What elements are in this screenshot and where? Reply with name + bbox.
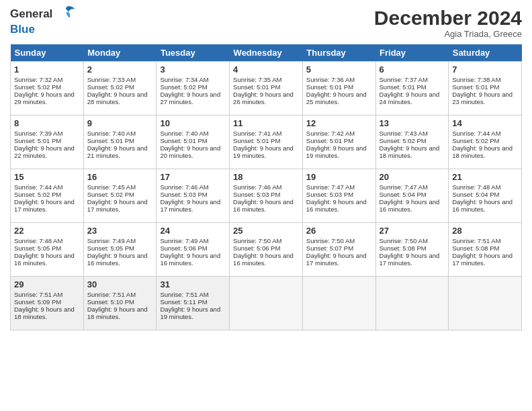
day-5: 5 Sunrise: 7:36 AMSunset: 5:01 PMDayligh… xyxy=(302,62,375,116)
col-thursday: Thursday xyxy=(302,44,375,62)
day-30: 30 Sunrise: 7:51 AMSunset: 5:10 PMDaylig… xyxy=(83,277,157,330)
logo-general: General xyxy=(10,7,52,20)
col-friday: Friday xyxy=(375,44,449,62)
empty-cell-2 xyxy=(302,277,375,330)
header: General Blue December 2024 Agia Triada, … xyxy=(10,7,522,39)
day-29: 29 Sunrise: 7:51 AMSunset: 5:09 PMDaylig… xyxy=(11,277,84,330)
day-31: 31 Sunrise: 7:51 AMSunset: 5:11 PMDaylig… xyxy=(157,277,230,330)
day-16: 16 Sunrise: 7:45 AMSunset: 5:02 PMDaylig… xyxy=(83,169,157,223)
day-14: 14 Sunrise: 7:44 AMSunset: 5:02 PMDaylig… xyxy=(449,116,522,169)
day-17: 17 Sunrise: 7:46 AMSunset: 5:03 PMDaylig… xyxy=(157,169,230,223)
empty-cell-3 xyxy=(375,277,449,330)
day-28: 28 Sunrise: 7:51 AMSunset: 5:08 PMDaylig… xyxy=(449,223,522,277)
week-row-4: 22 Sunrise: 7:48 AMSunset: 5:05 PMDaylig… xyxy=(11,223,522,277)
day-2: 2 Sunrise: 7:33 AMSunset: 5:02 PMDayligh… xyxy=(83,62,157,116)
day-24: 24 Sunrise: 7:49 AMSunset: 5:06 PMDaylig… xyxy=(157,223,230,277)
logo-blue: Blue xyxy=(10,23,76,36)
month-title: December 2024 xyxy=(374,7,522,29)
week-row-5: 29 Sunrise: 7:51 AMSunset: 5:09 PMDaylig… xyxy=(11,277,522,330)
day-9: 9 Sunrise: 7:40 AMSunset: 5:01 PMDayligh… xyxy=(83,116,157,169)
day-11: 11 Sunrise: 7:41 AMSunset: 5:01 PMDaylig… xyxy=(230,116,303,169)
col-monday: Monday xyxy=(83,44,157,62)
col-sunday: Sunday xyxy=(11,44,84,62)
day-13: 13 Sunrise: 7:43 AMSunset: 5:02 PMDaylig… xyxy=(375,116,449,169)
logo-bird-icon xyxy=(57,4,76,23)
empty-cell-1 xyxy=(230,277,303,330)
day-18: 18 Sunrise: 7:46 AMSunset: 5:03 PMDaylig… xyxy=(230,169,303,223)
week-row-1: 1 Sunrise: 7:32 AMSunset: 5:02 PMDayligh… xyxy=(11,62,522,116)
day-12: 12 Sunrise: 7:42 AMSunset: 5:01 PMDaylig… xyxy=(302,116,375,169)
day-19: 19 Sunrise: 7:47 AMSunset: 5:03 PMDaylig… xyxy=(302,169,375,223)
day-4: 4 Sunrise: 7:35 AMSunset: 5:01 PMDayligh… xyxy=(230,62,303,116)
col-saturday: Saturday xyxy=(449,44,522,62)
day-21: 21 Sunrise: 7:48 AMSunset: 5:04 PMDaylig… xyxy=(449,169,522,223)
day-1: 1 Sunrise: 7:32 AMSunset: 5:02 PMDayligh… xyxy=(11,62,84,116)
week-row-2: 8 Sunrise: 7:39 AMSunset: 5:01 PMDayligh… xyxy=(11,116,522,169)
logo: General Blue xyxy=(10,7,76,36)
empty-cell-4 xyxy=(449,277,522,330)
col-wednesday: Wednesday xyxy=(230,44,303,62)
day-6: 6 Sunrise: 7:37 AMSunset: 5:01 PMDayligh… xyxy=(375,62,449,116)
week-row-3: 15 Sunrise: 7:44 AMSunset: 5:02 PMDaylig… xyxy=(11,169,522,223)
day-23: 23 Sunrise: 7:49 AMSunset: 5:05 PMDaylig… xyxy=(83,223,157,277)
calendar-table: Sunday Monday Tuesday Wednesday Thursday… xyxy=(10,44,522,330)
title-section: December 2024 Agia Triada, Greece xyxy=(374,7,522,39)
day-8: 8 Sunrise: 7:39 AMSunset: 5:01 PMDayligh… xyxy=(11,116,84,169)
day-22: 22 Sunrise: 7:48 AMSunset: 5:05 PMDaylig… xyxy=(11,223,84,277)
day-7: 7 Sunrise: 7:38 AMSunset: 5:01 PMDayligh… xyxy=(449,62,522,116)
col-tuesday: Tuesday xyxy=(157,44,230,62)
day-27: 27 Sunrise: 7:50 AMSunset: 5:08 PMDaylig… xyxy=(375,223,449,277)
day-26: 26 Sunrise: 7:50 AMSunset: 5:07 PMDaylig… xyxy=(302,223,375,277)
main-container: General Blue December 2024 Agia Triada, … xyxy=(0,0,532,337)
day-25: 25 Sunrise: 7:50 AMSunset: 5:06 PMDaylig… xyxy=(230,223,303,277)
day-15: 15 Sunrise: 7:44 AMSunset: 5:02 PMDaylig… xyxy=(11,169,84,223)
day-10: 10 Sunrise: 7:40 AMSunset: 5:01 PMDaylig… xyxy=(157,116,230,169)
location-subtitle: Agia Triada, Greece xyxy=(374,29,522,39)
day-20: 20 Sunrise: 7:47 AMSunset: 5:04 PMDaylig… xyxy=(375,169,449,223)
day-3: 3 Sunrise: 7:34 AMSunset: 5:02 PMDayligh… xyxy=(157,62,230,116)
